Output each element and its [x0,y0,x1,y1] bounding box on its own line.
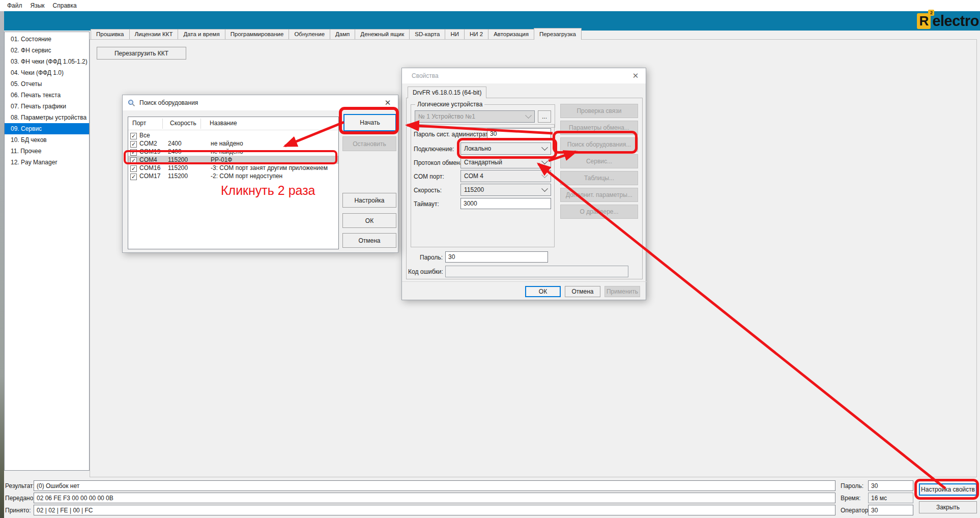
tab-cash-drawer[interactable]: Денежный ящик [355,29,410,40]
chevron-down-icon [525,112,532,119]
menu-language[interactable]: Язык [26,1,49,11]
search-settings-button[interactable]: Настройка [342,193,396,208]
checkbox-checked-icon[interactable]: ✓ [130,174,137,180]
sidebar-item-fn-service[interactable]: 02. ФН сервис [5,45,89,56]
start-search-button[interactable]: Начать [343,114,396,131]
com-port-combobox[interactable]: COM 4 [460,170,551,182]
dialog-password-label: Пароль: [420,254,443,261]
tab-sd-card[interactable]: SD-карта [410,29,445,40]
check-connection-button[interactable]: Проверка связи [560,104,638,118]
sidebar-item-print-text[interactable]: 06. Печать текста [5,90,89,101]
menu-file[interactable]: Файл [3,1,26,11]
search-ok-button[interactable]: ОК [342,213,396,228]
checkbox-checked-icon[interactable]: ✓ [130,165,137,172]
search-equipment-dialog: Поиск оборудования ✕ Порт Скорость Назва… [122,95,398,253]
name-cell: -3: COM порт занят другим приложением [211,164,328,172]
properties-apply-button[interactable]: Применить [604,286,640,297]
checkbox-checked-icon[interactable]: ✓ [130,141,137,148]
port-cell: COM4 [139,156,157,164]
footer-password-input[interactable]: 30 [868,480,913,491]
tab-ni[interactable]: НИ [445,29,465,40]
property-settings-button[interactable]: Настройка свойств [919,483,977,496]
list-item-com2[interactable]: ✓ COM2 2400 не найдено [128,139,338,148]
chevron-down-icon [541,171,548,178]
sidebar-item-reports[interactable]: 05. Отчеты [5,78,89,90]
list-item-com19[interactable]: ✓ COM19 2400 не найдено [128,148,338,156]
tab-programming[interactable]: Программирование [225,29,290,40]
sidebar-item-misc[interactable]: 11. Прочее [5,146,89,157]
list-item-all[interactable]: ✓ Все [128,131,338,139]
logo-word: electro [932,13,979,30]
close-icon[interactable]: ✕ [630,71,641,80]
search-equipment-button[interactable]: Поиск оборудования... [560,137,638,152]
sent-field[interactable]: 02 06 FE F3 00 00 00 00 0B [34,493,835,503]
sidebar-item-pay-manager[interactable]: 12. Pay Manager [5,157,89,168]
name-cell: -2: COM порт недоступен [211,172,282,180]
properties-cancel-button[interactable]: Отмена [565,286,600,297]
menu-help[interactable]: Справка [49,1,81,11]
service-button[interactable]: Сервис... [560,154,638,168]
stop-search-button[interactable]: Остановить [342,136,396,151]
column-port[interactable]: Порт [132,120,146,127]
sidebar-item-service[interactable]: 09. Сервис [5,123,89,134]
sidebar: 01. Состояние 02. ФН сервис 03. ФН чеки … [4,32,90,471]
desktop-edge-strip [0,11,4,518]
sidebar-item-device-params[interactable]: 08. Параметры устройства [5,112,89,123]
tab-reboot[interactable]: Перезагрузка [534,28,582,40]
timeout-label: Таймаут: [414,200,439,208]
tab-dump[interactable]: Дамп [330,29,355,40]
listview-header: Порт Скорость Название [128,117,338,130]
tab-ni2[interactable]: НИ 2 [465,29,488,40]
search-cancel-button[interactable]: Отмена [342,233,396,248]
about-driver-button[interactable]: О драйвере... [560,205,638,219]
footer-operator-input[interactable]: 30 [868,505,913,515]
checkbox-checked-icon[interactable]: ✓ [130,149,137,156]
checkbox-checked-icon[interactable]: ✓ [130,133,137,139]
com-port-value: COM 4 [464,172,483,180]
checkbox-checked-icon[interactable]: ✓ [130,157,137,164]
column-divider[interactable] [200,119,201,129]
sidebar-item-fn-checks[interactable]: 03. ФН чеки (ФФД 1.05-1.2) [5,56,89,67]
admin-password-input[interactable]: 30 [487,128,551,139]
connection-combobox[interactable]: Локально [460,142,551,155]
speed-cell: 2400 [168,148,182,156]
logical-device-combobox: № 1 Устройство №1 [415,110,535,123]
footer-time-label: Время: [841,495,860,502]
dialog-password-input[interactable]: 30 [445,251,548,263]
protocol-combobox[interactable]: Стандартный [460,156,551,168]
driver-version-tab[interactable]: DrvFR v6.18.0.15 (64-bit) [408,87,486,98]
result-field[interactable]: (0) Ошибок нет [34,480,835,491]
list-item-com4-selected[interactable]: ✓ COM4 115200 РР-01Ф [128,156,338,164]
error-code-label: Код ошибки: [408,268,443,275]
timeout-input[interactable]: 3000 [460,198,551,209]
list-item-com16[interactable]: ✓ COM16 115200 -3: COM порт занят другим… [128,164,338,172]
close-icon[interactable]: ✕ [383,98,393,107]
tab-date-time[interactable]: Дата и время [178,29,225,40]
properties-dialog-title: Свойства [412,72,439,79]
additional-params-button[interactable]: Дополнит. параметры... [560,188,638,202]
close-app-button[interactable]: Закрыть [919,501,977,513]
tab-kkt-licenses[interactable]: Лицензии ККТ [130,29,179,40]
sidebar-item-state[interactable]: 01. Состояние [5,34,89,45]
column-speed[interactable]: Скорость [170,120,196,127]
tables-button[interactable]: Таблицы... [560,171,638,185]
sidebar-item-db-checks[interactable]: 10. БД чеков [5,134,89,146]
tab-reset[interactable]: Обнуление [289,29,330,40]
exchange-params-button[interactable]: Параметры обмена... [560,121,638,135]
search-dialog-titlebar: Поиск оборудования ✕ [123,95,398,110]
name-cell: не найдено [211,148,243,156]
sidebar-item-checks[interactable]: 04. Чеки (ФФД 1.0) [5,67,89,78]
received-field[interactable]: 02 | 02 | FE | 00 | FC [34,505,835,515]
column-divider[interactable] [162,119,163,129]
speed-combobox[interactable]: 115200 [460,184,551,196]
tab-firmware[interactable]: Прошивка [91,29,130,40]
logical-device-more-button[interactable]: ... [538,110,551,123]
properties-ok-button[interactable]: ОК [525,286,561,297]
column-name[interactable]: Название [210,120,237,127]
logo-sup-badge: R 2 [917,13,931,29]
list-item-com17[interactable]: ✓ COM17 115200 -2: COM порт недоступен [128,172,338,180]
logical-device-value: № 1 Устройство №1 [418,113,475,120]
tab-authorization[interactable]: Авторизация [488,29,534,40]
sidebar-item-print-graphics[interactable]: 07. Печать графики [5,101,89,112]
reboot-kkt-button[interactable]: Перезагрузить ККТ [97,47,186,60]
